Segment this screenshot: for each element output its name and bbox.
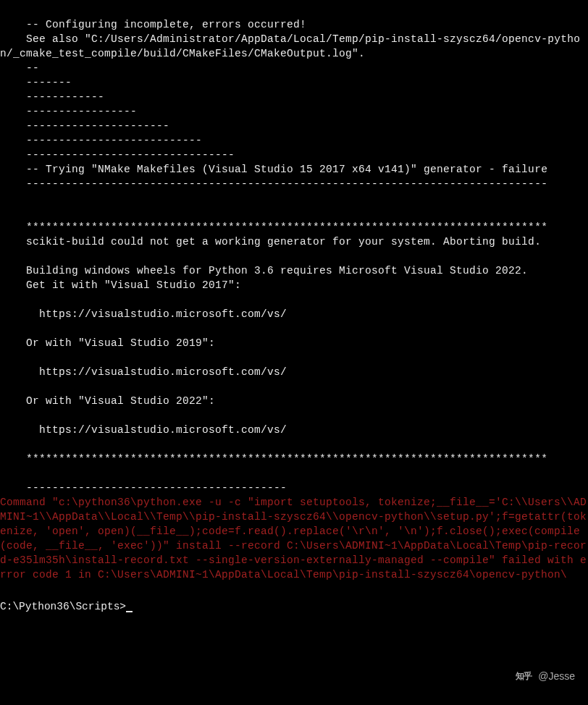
- terminal-line: [0, 466, 588, 481]
- terminal-line: ----------------------: [0, 119, 588, 133]
- command-prompt[interactable]: C:\Python36\Scripts>: [0, 589, 588, 614]
- terminal-line: Or with "Visual Studio 2019":: [0, 336, 588, 350]
- terminal-line: Building windows wheels for Python 3.6 r…: [0, 263, 588, 278]
- terminal-line: https://visualstudio.microsoft.com/vs/: [0, 365, 588, 379]
- zhihu-icon: 知乎: [513, 671, 534, 681]
- terminal-line: https://visualstudio.microsoft.com/vs/: [0, 423, 588, 437]
- terminal-line: -- Trying "NMake Makefiles (Visual Studi…: [0, 162, 588, 177]
- terminal-line: Or with "Visual Studio 2022":: [0, 394, 588, 408]
- prompt-path: C:\Python36\Scripts>: [0, 601, 126, 612]
- terminal-line: Command "c:\python36\python.exe -u -c "i…: [0, 495, 588, 582]
- terminal-line: [0, 379, 588, 394]
- terminal-line: -----------------: [0, 104, 588, 119]
- terminal-line: -- Configuring incomplete, errors occurr…: [0, 17, 588, 32]
- terminal-line: See also "C:/Users/Administrator/AppData…: [0, 32, 588, 61]
- terminal-line: [0, 249, 588, 263]
- terminal-line: [0, 191, 588, 206]
- terminal-line: ------------: [0, 90, 588, 104]
- terminal-line: ****************************************…: [0, 220, 588, 235]
- terminal-line: ----------------------------------------: [0, 481, 588, 495]
- watermark-handle: @Jesse: [538, 670, 575, 683]
- terminal-line: --: [0, 61, 588, 75]
- cursor: [126, 611, 133, 612]
- terminal-line: [0, 206, 588, 220]
- watermark: 知乎 @Jesse: [513, 670, 575, 683]
- terminal-line: [0, 408, 588, 423]
- terminal-line: [0, 321, 588, 336]
- terminal-output: -- Configuring incomplete, errors occurr…: [0, 0, 588, 589]
- terminal-line: Get it with "Visual Studio 2017":: [0, 278, 588, 292]
- terminal-line: -------: [0, 75, 588, 90]
- terminal-line: ----------------------------------------…: [0, 177, 588, 191]
- terminal-line: [0, 350, 588, 365]
- terminal-line: --------------------------------: [0, 148, 588, 162]
- terminal-line: https://visualstudio.microsoft.com/vs/: [0, 307, 588, 321]
- terminal-line: [0, 437, 588, 452]
- terminal-line: [0, 292, 588, 307]
- terminal-line: ****************************************…: [0, 452, 588, 466]
- terminal-line: scikit-build could not get a working gen…: [0, 235, 588, 249]
- terminal-line: ---------------------------: [0, 133, 588, 148]
